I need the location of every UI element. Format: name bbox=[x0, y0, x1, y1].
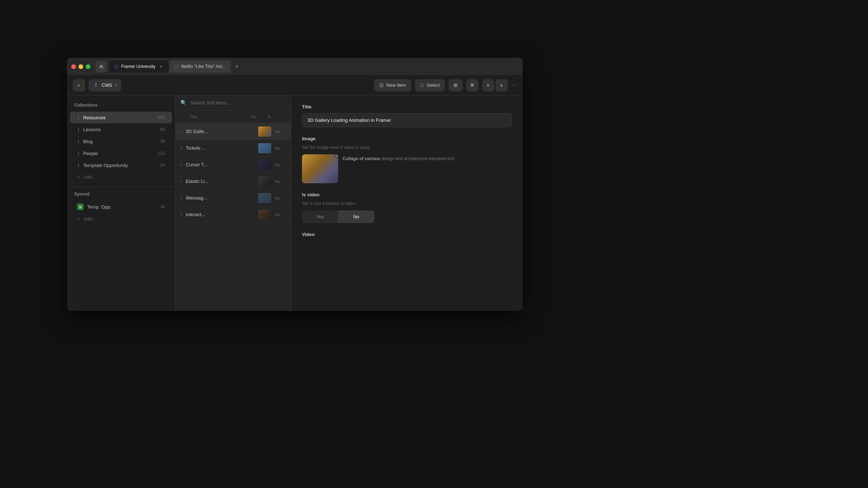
collection-icon-template: ⫶ bbox=[77, 162, 80, 168]
nav-down-button[interactable]: ∨ bbox=[495, 79, 508, 91]
image-area: ✕ Collage of various design and architec… bbox=[302, 154, 512, 183]
sidebar-count-template: 24 bbox=[160, 163, 165, 168]
sidebar-item-template-opportunity[interactable]: ⫶ Template Opportunity 24 bbox=[70, 159, 172, 171]
tab-framer-icon: ⬡ bbox=[114, 64, 118, 69]
nav-up-button[interactable]: ∧ bbox=[482, 79, 494, 91]
add-synced-icon: + bbox=[77, 216, 80, 222]
item-thumb-3dgalle bbox=[258, 127, 271, 137]
collection-icon-people: ⫶ bbox=[77, 150, 80, 156]
back-icon: ‹ bbox=[78, 82, 80, 89]
list-item-imessage[interactable]: ▪ iMessag... No bbox=[175, 190, 291, 206]
maximize-window-button[interactable] bbox=[86, 64, 90, 69]
item-title-elastic: Elastic Li... bbox=[186, 179, 255, 184]
search-input[interactable] bbox=[190, 100, 286, 106]
content-area: Collections ⫶ Resources 309 ⫶ Lessons 88… bbox=[67, 95, 523, 311]
sidebar-label-lessons: Lessons bbox=[83, 127, 157, 132]
image-description-text: Collage of various design and architectu… bbox=[342, 154, 512, 162]
sidebar-item-lessons[interactable]: ⫶ Lessons 88 bbox=[70, 124, 172, 135]
tab-netflix-icon: ⬡ bbox=[174, 64, 178, 69]
synced-count: 34 bbox=[160, 204, 165, 209]
nav-up-icon: ∧ bbox=[486, 83, 490, 88]
back-button[interactable]: ‹ bbox=[73, 79, 85, 91]
item-thumb-cursor bbox=[258, 160, 271, 170]
synced-icon: ⊞ bbox=[77, 204, 84, 210]
add-synced-label: Add... bbox=[84, 216, 96, 222]
list-item-cursor[interactable]: ▪ Cursor T... No bbox=[175, 157, 291, 173]
item-status-imessage: No bbox=[275, 196, 286, 200]
title-input[interactable] bbox=[302, 113, 512, 127]
panel-img-mock bbox=[302, 154, 338, 183]
close-panel-button[interactable]: ✕ bbox=[466, 79, 478, 91]
close-panel-icon: ✕ bbox=[470, 82, 475, 89]
new-item-button[interactable]: ⊞ New Item bbox=[374, 79, 411, 91]
item-thumb-tickets bbox=[258, 143, 271, 153]
sidebar-label-people: People bbox=[83, 151, 154, 156]
doc-icon-3dgalle: ▪ bbox=[180, 129, 182, 134]
detail-panel: Title Image Set the image even if video … bbox=[291, 95, 523, 311]
sidebar-item-blog[interactable]: ⫶ Blog 39 bbox=[70, 136, 172, 147]
nav-arrows: ∧ ∨ bbox=[482, 79, 508, 91]
item-thumb-interact bbox=[258, 210, 271, 220]
svg-point-1 bbox=[95, 85, 97, 86]
tab-bar: ⬡ Framer University ✕ ⬡ Netflix "Like Th… bbox=[67, 58, 523, 75]
list-item-interact[interactable]: ▪ Interact... No bbox=[175, 206, 291, 223]
more-options-button[interactable]: ··· bbox=[511, 81, 517, 89]
image-close-icon: ✕ bbox=[336, 154, 338, 157]
select-icon: ☑ bbox=[420, 82, 424, 88]
new-tab-icon: + bbox=[235, 63, 239, 70]
doc-icon-interact: ▪ bbox=[180, 212, 182, 217]
new-tab-button[interactable]: + bbox=[231, 61, 242, 72]
doc-icon-tickets: ▪ bbox=[180, 145, 182, 151]
list-item-elastic[interactable]: ▪ Elastic Li... No bbox=[175, 173, 291, 190]
add-collection-button[interactable]: + Add... bbox=[70, 171, 172, 183]
home-button[interactable] bbox=[95, 61, 107, 72]
extra-action-button[interactable]: ⊞ bbox=[448, 79, 463, 91]
list-item-3dgalle[interactable]: ▪ 3D Galle... No bbox=[175, 123, 291, 140]
title-field-label: Title bbox=[302, 104, 512, 110]
doc-icon-cursor: ▪ bbox=[180, 162, 182, 167]
is-video-no[interactable]: No bbox=[338, 210, 374, 223]
svg-point-0 bbox=[95, 83, 97, 85]
tab-netflix-label: Netflix "Like This" Ani... bbox=[181, 64, 226, 69]
close-window-button[interactable] bbox=[71, 64, 76, 69]
tab-netflix[interactable]: ⬡ Netflix "Like This" Ani... bbox=[169, 60, 231, 73]
item-status-elastic: No bbox=[275, 179, 286, 184]
sidebar-item-people[interactable]: ⫶ People 112 bbox=[70, 147, 172, 159]
sidebar-count-blog: 39 bbox=[160, 139, 165, 144]
new-item-icon: ⊞ bbox=[379, 82, 384, 89]
minimize-window-button[interactable] bbox=[78, 64, 83, 69]
extra-icon: ⊞ bbox=[454, 82, 458, 88]
doc-icon-elastic: ▪ bbox=[180, 179, 182, 184]
list-item-tickets[interactable]: ▪ Tickets ... No bbox=[175, 140, 291, 157]
collection-icon-lessons: ⫶ bbox=[77, 127, 80, 132]
synced-item-temp-opp[interactable]: ⊞ Temp. Opp. 34 bbox=[70, 201, 172, 213]
item-status-cursor: No bbox=[275, 163, 286, 167]
item-thumb-elastic bbox=[258, 176, 271, 187]
tab-close-framer[interactable]: ✕ bbox=[158, 64, 163, 69]
sidebar-count-people: 112 bbox=[158, 151, 165, 156]
search-icon: 🔍 bbox=[180, 100, 187, 106]
item-status-tickets: No bbox=[275, 146, 286, 150]
is-video-desc: Set to yes if banner is video. bbox=[302, 201, 512, 206]
search-bar: 🔍 bbox=[175, 95, 291, 110]
is-video-toggle: Yes No bbox=[302, 210, 374, 223]
select-label: Select bbox=[427, 82, 440, 88]
item-status-interact: No bbox=[275, 213, 286, 217]
nav-down-icon: ∨ bbox=[500, 83, 503, 88]
image-field-label: Image bbox=[302, 136, 512, 141]
cms-button[interactable]: CMS ▾ bbox=[89, 79, 121, 91]
item-thumb-imessage bbox=[258, 193, 271, 203]
doc-icon-imessage: ▪ bbox=[180, 195, 182, 201]
video-field: Video bbox=[302, 232, 512, 237]
synced-title: Synced bbox=[67, 192, 175, 200]
sidebar-divider bbox=[67, 187, 175, 187]
cms-chevron-icon: ▾ bbox=[115, 83, 117, 87]
select-button[interactable]: ☑ Select bbox=[415, 79, 445, 91]
tab-framer-university[interactable]: ⬡ Framer University ✕ bbox=[109, 60, 169, 73]
sidebar-item-resources[interactable]: ⫶ Resources 309 bbox=[70, 112, 172, 123]
sidebar-count-lessons: 88 bbox=[160, 127, 165, 132]
is-video-yes[interactable]: Yes bbox=[302, 210, 338, 223]
add-synced-button[interactable]: + Add... bbox=[70, 213, 172, 224]
item-title-imessage: iMessag... bbox=[186, 195, 255, 201]
image-field-desc: Set the image even if video is used. bbox=[302, 145, 512, 150]
